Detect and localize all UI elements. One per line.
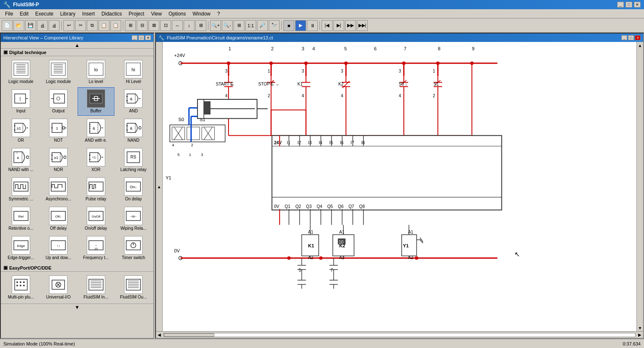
menu-file[interactable]: File xyxy=(2,10,16,18)
menu-project[interactable]: Project xyxy=(125,10,148,18)
scroll-v-diag[interactable]: ▲ ▼ xyxy=(636,42,643,331)
title-controls[interactable]: _ □ ✕ xyxy=(617,2,641,8)
space2-btn[interactable]: ↕ xyxy=(184,20,195,31)
paste2-btn[interactable]: 📋 xyxy=(110,20,121,31)
menu-view[interactable]: View xyxy=(148,10,165,18)
print2-btn[interactable]: 🖨 xyxy=(49,20,60,31)
print-btn[interactable]: 🖨 xyxy=(37,20,48,31)
diag-close-btn[interactable]: ✕ xyxy=(635,35,641,40)
comp-nor[interactable]: ≥1 NOR xyxy=(40,146,77,174)
comp-logic-module-1[interactable]: Logic module xyxy=(3,58,39,86)
comp-not[interactable]: 1 NOT xyxy=(40,117,77,145)
scroll-right-btn-diag[interactable]: ▶ xyxy=(636,332,643,338)
diag-minimize-btn[interactable]: _ xyxy=(621,35,627,40)
comp-nand[interactable]: & NAND xyxy=(115,117,152,145)
zoom-100-btn[interactable]: 1:1 xyxy=(245,20,256,31)
menu-didactics[interactable]: Didactics xyxy=(98,10,125,18)
comp-freq[interactable]: ~10 Frequency t... xyxy=(78,234,114,262)
comp-fluidsim-out[interactable]: FluidSIM Ou... xyxy=(115,273,152,302)
comp-edge[interactable]: Edge Edge-trigger... xyxy=(3,234,39,262)
zoom-in-btn[interactable]: 🔍+ xyxy=(210,20,221,31)
comp-up-down[interactable]: ↑↓ Up and dow... xyxy=(40,234,77,262)
menu-options[interactable]: Options xyxy=(165,10,189,18)
open-btn[interactable]: 📂 xyxy=(13,20,24,31)
menu-help[interactable]: ? xyxy=(214,10,223,18)
comp-on-off[interactable]: On/Off On/off delay xyxy=(78,205,114,233)
paste-btn[interactable]: 📋 xyxy=(99,20,109,31)
comp-nand-with[interactable]: &↕ NAND with ... xyxy=(3,146,39,174)
menu-window[interactable]: Window xyxy=(189,10,214,18)
scroll-h-diag[interactable]: ◀ ▶ xyxy=(156,331,643,338)
lib-minimize-btn[interactable]: _ xyxy=(132,35,138,40)
comp-off-delay[interactable]: Off↓ Off delay xyxy=(40,205,77,233)
new-btn[interactable]: 📄 xyxy=(2,20,13,31)
comp-latching[interactable]: RS Latching relay xyxy=(115,146,152,174)
copy-btn[interactable]: ⧉ xyxy=(87,20,98,31)
comp-pulse[interactable]: Pulse relay xyxy=(78,175,114,204)
comp-symmetric[interactable]: Symmetric ... xyxy=(3,175,39,204)
play-btn[interactable]: ▶ xyxy=(295,20,306,31)
comp-asynchrono[interactable]: Asynchrono... xyxy=(40,175,77,204)
menu-edit[interactable]: Edit xyxy=(16,10,32,18)
menu-library[interactable]: Library xyxy=(57,10,79,18)
minimize-btn[interactable]: _ xyxy=(617,2,624,8)
lib-close-btn[interactable]: ✕ xyxy=(145,35,151,40)
comp-universal-io[interactable]: Universal-I/O xyxy=(40,273,77,302)
diag-maximize-btn[interactable]: □ xyxy=(628,35,634,40)
comp-hi-level[interactable]: hi Hi Level xyxy=(115,58,152,86)
align3-btn[interactable]: ⊠ xyxy=(148,20,159,31)
digital-section-header[interactable]: ▣ Digital technique xyxy=(1,49,153,56)
library-controls[interactable]: _ □ ✕ xyxy=(132,35,151,40)
step-btn[interactable]: ▶| xyxy=(333,20,344,31)
fast-fwd-btn[interactable]: ▶▶| xyxy=(357,20,368,31)
diagram-controls[interactable]: _ □ ✕ xyxy=(621,35,641,40)
scroll-left-btn-diag[interactable]: ◀ xyxy=(156,332,163,338)
space1-btn[interactable]: ↔ xyxy=(172,20,183,31)
pause-btn[interactable]: ⏸ xyxy=(307,20,318,31)
align2-btn[interactable]: ⊟ xyxy=(137,20,148,31)
zoom-out-btn[interactable]: 🔍- xyxy=(222,20,233,31)
comp-multi-pin[interactable]: Multi-pin plu... xyxy=(3,273,39,302)
step-fwd-btn[interactable]: ▶▶ xyxy=(345,20,356,31)
scroll-up-diag-btn[interactable]: ▲ xyxy=(157,184,161,189)
cut-btn[interactable]: ✂ xyxy=(75,20,86,31)
comp-and-with-e[interactable]: & AND with e. xyxy=(78,117,114,145)
scroll-up-btn[interactable]: ▲ xyxy=(1,42,153,49)
svg-text:On↓: On↓ xyxy=(130,185,137,189)
comp-lo-level[interactable]: lo Lo level xyxy=(78,58,114,86)
comp-fluidsim-in[interactable]: FluidSIM In... xyxy=(78,273,114,302)
close-btn[interactable]: ✕ xyxy=(634,2,641,8)
zoom-prev-btn[interactable]: 🔭 xyxy=(269,20,280,31)
scroll-down-btn[interactable]: ▼ xyxy=(1,304,153,310)
menu-insert[interactable]: Insert xyxy=(79,10,98,18)
zoom-fit-btn[interactable]: ⊞ xyxy=(234,20,244,31)
comp-or[interactable]: ≥1 OR xyxy=(3,117,39,145)
save-btn[interactable]: 💾 xyxy=(25,20,36,31)
zoom-sel-btn[interactable]: 🔎 xyxy=(257,20,268,31)
circuit-diagram-area[interactable]: +24V 1 2 3 4 5 6 7 8 9 xyxy=(163,42,636,331)
step-back-btn[interactable]: |◀ xyxy=(322,20,332,31)
comp-retentive[interactable]: Ret Retentive o... xyxy=(3,205,39,233)
menu-execute[interactable]: Execute xyxy=(32,10,57,18)
comp-on-delay[interactable]: On↓ On delay xyxy=(115,175,152,204)
comp-buffer[interactable]: Buffer xyxy=(78,87,114,116)
scroll-thumb[interactable] xyxy=(164,333,636,337)
maximize-btn[interactable]: □ xyxy=(626,2,632,8)
scroll-up-btn-diag[interactable]: ▲ xyxy=(638,42,642,49)
align4-btn[interactable]: ⊡ xyxy=(160,20,171,31)
comp-timer[interactable]: Timer switch xyxy=(115,234,152,262)
comp-output[interactable]: Output xyxy=(40,87,77,116)
layout-btn[interactable]: ⊞ xyxy=(195,20,206,31)
comp-input[interactable]: | Input xyxy=(3,87,39,116)
undo-btn[interactable]: ↩ xyxy=(63,20,74,31)
comp-xor[interactable]: =1 XOR xyxy=(78,146,114,174)
stop-btn[interactable]: ■ xyxy=(283,20,294,31)
comp-icon-lo: lo xyxy=(87,60,105,78)
easyport-section-header[interactable]: ▣ EasyPort/OPC/DDE xyxy=(1,264,153,272)
align1-btn[interactable]: ⊞ xyxy=(125,20,136,31)
comp-wiping[interactable]: ~W~ Wiping Rela... xyxy=(115,205,152,233)
scroll-down-btn-diag[interactable]: ▼ xyxy=(638,325,642,331)
lib-maximize-btn[interactable]: □ xyxy=(138,35,144,40)
comp-and[interactable]: & AND xyxy=(115,87,152,116)
comp-logic-module-2[interactable]: Logic module xyxy=(40,58,77,86)
